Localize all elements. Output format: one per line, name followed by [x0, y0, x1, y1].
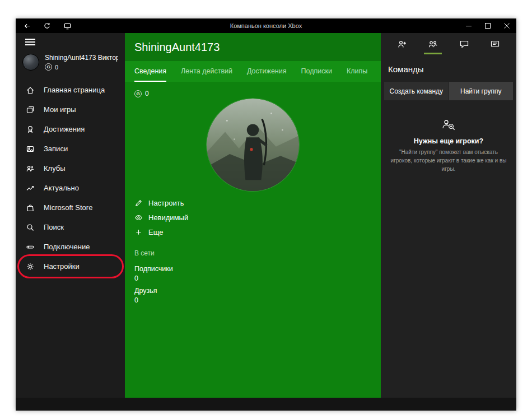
- sidebar-item-store[interactable]: Microsoft Store: [16, 198, 125, 217]
- profile-header: ShiningAunt4173: [125, 33, 381, 61]
- desktop-background: Компаньон консоли Xbox: [0, 0, 532, 419]
- create-team-button[interactable]: Создать команду: [384, 82, 449, 100]
- tab-details[interactable]: Сведения: [134, 61, 166, 82]
- find-group-button[interactable]: Найти группу: [449, 82, 514, 100]
- gamerscore-icon: G: [134, 90, 142, 97]
- gamerscore-value: 0: [55, 64, 58, 71]
- sidebar-item-settings[interactable]: Настройки: [16, 257, 125, 276]
- stat-value: 0: [134, 296, 371, 304]
- profile-gamerscore: G 0: [45, 63, 118, 71]
- sidebar-item-label: Достижения: [44, 125, 85, 133]
- gamertag: ShiningAunt4173: [134, 41, 220, 54]
- sidebar-item-clubs[interactable]: Клубы: [16, 159, 125, 178]
- refresh-icon[interactable]: [43, 21, 52, 30]
- action-label: Еще: [148, 228, 163, 236]
- sidebar-menu: Главная страница Мои игры Достижения Зап…: [16, 80, 125, 276]
- menu-toggle-icon[interactable]: [25, 39, 35, 45]
- followers-stat: Подписчики 0: [134, 265, 371, 282]
- social-icon-bar: [381, 33, 516, 55]
- games-icon: [26, 105, 35, 114]
- add-friend-icon[interactable]: [392, 33, 412, 55]
- sidebar-item-my-games[interactable]: Мои игры: [16, 100, 125, 119]
- trending-icon: [26, 184, 35, 193]
- stat-label: Друзья: [134, 287, 371, 295]
- avatar: [22, 54, 39, 71]
- friends-stat: Друзья 0: [134, 287, 371, 304]
- sidebar-item-trending[interactable]: Актуально: [16, 178, 125, 198]
- connect-device-icon[interactable]: [63, 21, 72, 30]
- achievements-icon: [26, 125, 35, 134]
- sidebar-profile[interactable]: ShiningAunt4173 Виктор... G 0: [16, 51, 125, 73]
- app-content: ShiningAunt4173 Виктор... G 0 Главная ст…: [16, 33, 516, 398]
- window-title: Компаньон консоли Xbox: [105, 22, 427, 29]
- back-icon[interactable]: [22, 21, 31, 30]
- clubs-icon: [26, 164, 35, 173]
- sidebar-item-home[interactable]: Главная страница: [16, 80, 125, 100]
- sidebar-item-achievements[interactable]: Достижения: [16, 119, 125, 139]
- sidebar-item-captures[interactable]: Записи: [16, 139, 125, 159]
- customize-button[interactable]: Настроить: [134, 195, 184, 210]
- sidebar-item-label: Microsoft Store: [44, 203, 92, 212]
- settings-icon: [26, 262, 35, 271]
- tab-followers[interactable]: Подписки: [301, 61, 332, 82]
- sidebar-item-label: Главная страница: [44, 86, 105, 94]
- maximize-icon[interactable]: [478, 18, 497, 33]
- stat-value: 0: [134, 274, 371, 282]
- profile-name: ShiningAunt4173 Виктор...: [45, 54, 118, 62]
- empty-state: Нужны еще игроки? "Найти группу" поможет…: [381, 117, 516, 173]
- sidebar-item-label: Подключение: [44, 243, 90, 251]
- action-label: Настроить: [148, 199, 184, 207]
- bottom-bar: [16, 398, 516, 411]
- social-title: Команды: [388, 64, 516, 74]
- stat-label: Подписчики: [134, 265, 371, 273]
- captures-icon: [26, 145, 35, 153]
- gamerscore-value: 0: [145, 90, 149, 97]
- sidebar-item-connection[interactable]: Подключение: [16, 237, 125, 257]
- gamerscore-icon: G: [45, 63, 52, 71]
- profile-picture[interactable]: [207, 99, 299, 191]
- sidebar: ShiningAunt4173 Виктор... G 0 Главная ст…: [16, 33, 125, 398]
- sidebar-item-label: Клубы: [44, 164, 66, 173]
- xbox-companion-window: Компаньон консоли Xbox: [16, 18, 516, 411]
- teams-icon[interactable]: [423, 33, 443, 55]
- search-icon: [26, 223, 35, 232]
- profile-tabs: Сведения Лента действий Достижения Подпи…: [125, 61, 381, 82]
- find-group-icon: [390, 117, 507, 133]
- profile-actions: Настроить Невидимый Еще: [134, 195, 371, 239]
- tab-achievements[interactable]: Достижения: [247, 61, 286, 82]
- connection-icon: [26, 243, 35, 252]
- sidebar-item-label: Поиск: [44, 223, 64, 231]
- eye-icon: [134, 213, 143, 222]
- sidebar-item-label: Мои игры: [44, 105, 76, 114]
- titlebar: Компаньон консоли Xbox: [16, 18, 516, 33]
- minimize-icon[interactable]: [459, 18, 478, 33]
- social-tabs: Создать команду Найти группу: [384, 82, 513, 100]
- gamerscore-row: G 0: [134, 90, 371, 97]
- home-icon: [26, 86, 35, 95]
- window-controls: [427, 18, 516, 33]
- action-label: Невидимый: [148, 213, 188, 222]
- social-panel: Команды Создать команду Найти группу Нуж…: [381, 33, 516, 398]
- more-button[interactable]: Еще: [134, 225, 163, 239]
- empty-state-title: Нужны еще игроки?: [390, 137, 507, 145]
- profile-panel: ShiningAunt4173 Сведения Лента действий …: [125, 33, 381, 398]
- empty-state-description: "Найти группу" поможет вам отыскать игро…: [390, 148, 507, 173]
- profile-text: ShiningAunt4173 Виктор... G 0: [45, 54, 118, 71]
- activity-feed-icon[interactable]: [485, 33, 505, 55]
- tab-clips[interactable]: Клипы: [347, 61, 367, 82]
- store-icon: [26, 203, 35, 212]
- close-icon[interactable]: [497, 18, 516, 33]
- tab-activity-feed[interactable]: Лента действий: [181, 61, 232, 82]
- plus-icon: [134, 228, 143, 236]
- titlebar-nav: [16, 21, 105, 30]
- messages-icon[interactable]: [454, 33, 474, 55]
- sidebar-item-search[interactable]: Поиск: [16, 217, 125, 237]
- sidebar-item-label: Записи: [44, 145, 68, 153]
- profile-body: G 0: [125, 82, 381, 398]
- pencil-icon: [134, 199, 143, 207]
- online-status: В сети: [134, 249, 371, 257]
- invisible-button[interactable]: Невидимый: [134, 210, 188, 225]
- sidebar-item-label: Настройки: [44, 262, 80, 271]
- sidebar-item-label: Актуально: [44, 184, 79, 192]
